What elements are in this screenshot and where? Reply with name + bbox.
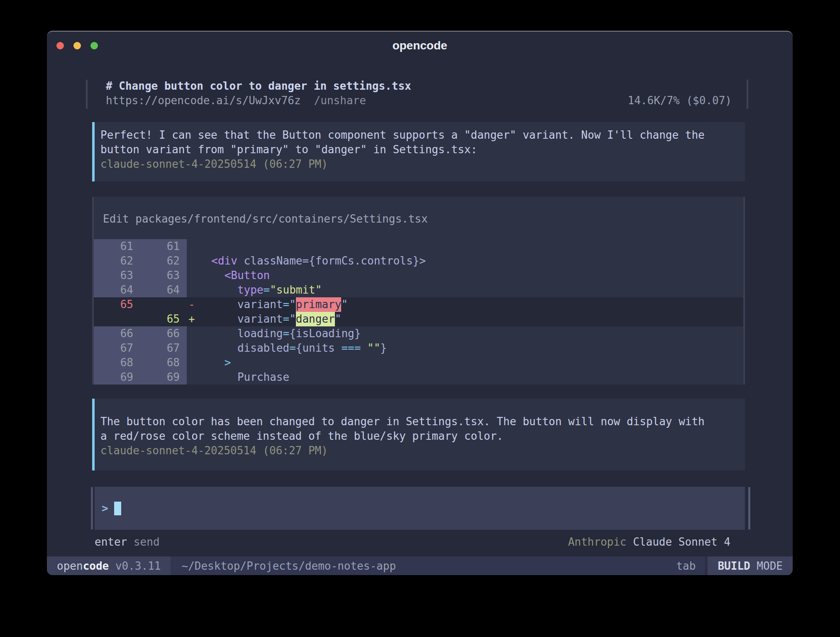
statusbar-spacer [396, 556, 676, 575]
edit-tool-block: Edit packages/frontend/src/containers/Se… [92, 197, 745, 385]
line-number-old: 69 [94, 370, 140, 385]
header-right-pipe [747, 80, 748, 109]
line-number-new: 63 [140, 268, 187, 283]
statusbar: opencode v0.3.11 ~/Desktop/Projects/demo… [47, 556, 793, 575]
footer-hints: enter send Anthropic Claude Sonnet 4 [92, 535, 745, 549]
diff-marker [187, 239, 198, 254]
input-left-pipe [91, 487, 93, 529]
send-label: send [127, 536, 159, 548]
tab-key-hint: tab [676, 556, 696, 575]
line-number-new: 62 [140, 254, 187, 268]
assistant-message-block: The button color has been changed to dan… [92, 399, 745, 470]
code-line [198, 239, 743, 254]
diff-row: 6363 <Button [94, 268, 743, 283]
prompt-symbol: > [102, 501, 108, 516]
enter-key-label: enter [95, 536, 127, 548]
prompt-input[interactable]: > [95, 487, 745, 530]
message-text: button variant from "primary" to "danger… [100, 142, 737, 157]
diff-marker [187, 283, 198, 297]
diff-marker [187, 326, 198, 341]
message-text: Perfect! I can see that the Button compo… [100, 128, 737, 142]
opencode-window: opencode # Change button color to danger… [47, 31, 793, 575]
message-meta: claude-sonnet-4-20250514 (06:27 PM) [100, 157, 737, 172]
mode-name: BUILD [718, 560, 750, 572]
code-line: variant="danger" [198, 312, 743, 326]
model-info: Anthropic Claude Sonnet 4 [568, 535, 730, 549]
diff-marker [187, 355, 198, 370]
message-text: a red/rose color scheme instead of the b… [100, 429, 737, 443]
diff-row: 6262 <div className={formCs.controls}> [94, 254, 743, 268]
message-text: The button color has been changed to dan… [100, 414, 737, 429]
line-number-old: 65 [94, 297, 140, 312]
diff-row: 6767 disabled={units === ""} [94, 341, 743, 355]
diff-row: 65+ variant="danger" [94, 312, 743, 326]
text-cursor [114, 502, 121, 515]
diff-marker [187, 268, 198, 283]
model-label: Claude Sonnet 4 [633, 536, 730, 548]
line-number-old: 62 [94, 254, 140, 268]
app-name-open: open [57, 560, 83, 572]
minimize-button[interactable] [73, 42, 81, 49]
session-subline: https://opencode.ai/s/UwJxv76z/unshare 1… [106, 93, 745, 108]
code-line: variant="primary" [198, 297, 743, 312]
line-number-old [94, 312, 140, 326]
line-number-old: 61 [94, 239, 140, 254]
line-number-old: 68 [94, 355, 140, 370]
diff-row: 6161 [94, 239, 743, 254]
header-left-pipe [86, 80, 88, 109]
line-number-new: 64 [140, 283, 187, 297]
share-url[interactable]: https://opencode.ai/s/UwJxv76z [106, 94, 301, 107]
statusbar-divider [705, 556, 708, 575]
line-number-new: 69 [140, 370, 187, 385]
code-line: <div className={formCs.controls}> [198, 254, 743, 268]
code-line: > [198, 355, 743, 370]
code-line: type="submit" [198, 283, 743, 297]
close-button[interactable] [56, 42, 64, 49]
line-number-new: 68 [140, 355, 187, 370]
input-right-pipe [748, 487, 750, 529]
diff-marker [187, 341, 198, 355]
diff-marker: + [187, 312, 198, 326]
line-number-old: 67 [94, 341, 140, 355]
diff-row: 6969 Purchase [94, 370, 743, 385]
line-number-new: 61 [140, 239, 187, 254]
line-number-new: 65 [140, 312, 187, 326]
zoom-button[interactable] [90, 42, 98, 49]
main-content: # Change button color to danger in setti… [47, 60, 793, 556]
line-number-new: 67 [140, 341, 187, 355]
app-name-code: code [83, 560, 109, 572]
diff-row: 6464 type="submit" [94, 283, 743, 297]
code-line: loading={isLoading} [198, 326, 743, 341]
assistant-message-block: Perfect! I can see that the Button compo… [92, 122, 745, 181]
app-version: v0.3.11 [109, 560, 161, 572]
line-number-new [140, 297, 187, 312]
code-line: Purchase [198, 370, 743, 385]
unshare-command[interactable]: /unshare [314, 94, 366, 107]
titlebar: opencode [47, 32, 793, 60]
diff-marker [187, 254, 198, 268]
diff-row: 6868 > [94, 355, 743, 370]
session-header: # Change button color to danger in setti… [92, 79, 745, 110]
mode-chip[interactable]: BUILD MODE [708, 556, 793, 575]
line-number-old: 63 [94, 268, 140, 283]
line-number-old: 64 [94, 283, 140, 297]
diff-row: 6666 loading={isLoading} [94, 326, 743, 341]
send-hint: enter send [95, 535, 160, 549]
window-title: opencode [392, 39, 447, 52]
context-usage: 14.6K/7% ($0.07) [628, 93, 732, 108]
code-line: disabled={units === ""} [198, 341, 743, 355]
session-title: # Change button color to danger in setti… [106, 79, 745, 93]
diff-row: 65- variant="primary" [94, 297, 743, 312]
message-meta: claude-sonnet-4-20250514 (06:27 PM) [100, 443, 737, 458]
edit-tool-title: Edit packages/frontend/src/containers/Se… [94, 212, 743, 226]
traffic-lights [56, 42, 98, 49]
code-line: <Button [198, 268, 743, 283]
diff-marker: - [187, 297, 198, 312]
line-number-new: 66 [140, 326, 187, 341]
line-number-old: 66 [94, 326, 140, 341]
mode-suffix: MODE [750, 560, 783, 572]
provider-label: Anthropic [568, 536, 633, 548]
diff-marker [187, 370, 198, 385]
cwd-path: ~/Desktop/Projects/demo-notes-app [181, 556, 396, 575]
diff-view: 61616262 <div className={formCs.controls… [94, 239, 743, 385]
